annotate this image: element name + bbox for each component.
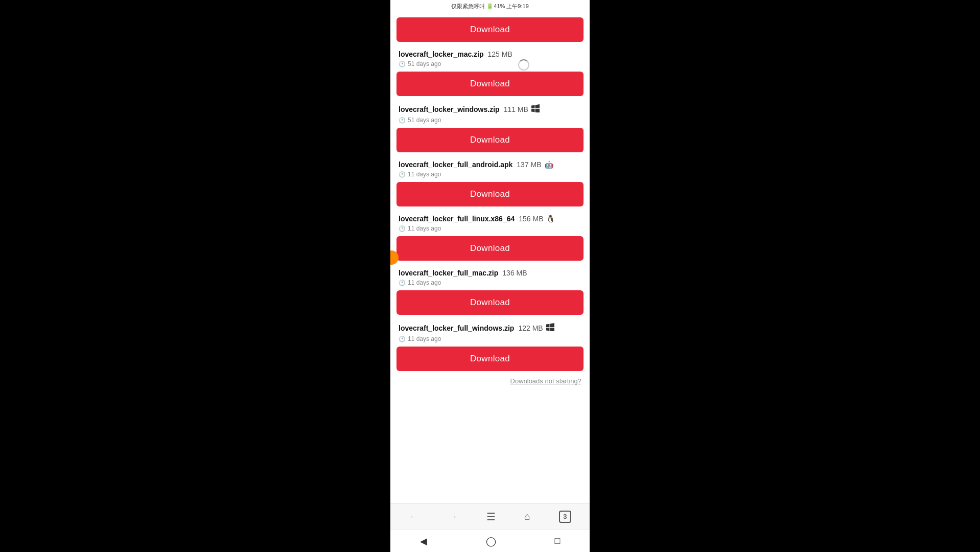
file-meta-row: 🕐11 days ago — [396, 225, 584, 236]
file-entry: lovecraft_locker_full_windows.zip122 MB🕐… — [396, 319, 584, 371]
platform-icon: 🐧 — [546, 215, 555, 223]
clock-icon: 🕐 — [399, 117, 406, 124]
download-button-windows-full-zip[interactable]: Download — [396, 347, 584, 371]
back-button[interactable]: ← — [405, 507, 423, 526]
file-entry: lovecraft_locker_full_mac.zip136 MB🕐11 d… — [396, 265, 584, 315]
forward-button[interactable]: → — [444, 507, 462, 526]
file-info-row: lovecraft_locker_windows.zip111 MB — [396, 100, 584, 117]
file-name: lovecraft_locker_windows.zip — [399, 105, 500, 113]
android-nav: ◀ ◯ □ — [390, 530, 590, 552]
platform-icon: 🤖 — [545, 160, 553, 169]
file-name: lovecraft_locker_mac.zip — [399, 50, 484, 58]
file-age: 51 days ago — [408, 60, 441, 67]
file-size: 136 MB — [502, 269, 527, 277]
file-list: lovecraft_locker_mac.zip125 MB🕐51 days a… — [396, 46, 584, 371]
menu-button[interactable]: ☰ — [482, 507, 500, 527]
file-name: lovecraft_locker_full_mac.zip — [399, 269, 498, 277]
tab-badge: 3 — [559, 511, 571, 523]
file-size: 122 MB — [518, 324, 543, 332]
clock-icon: 🕐 — [399, 280, 406, 286]
home-button[interactable]: ⌂ — [520, 507, 534, 526]
file-meta-row: 🕐51 days ago — [396, 117, 584, 128]
file-meta-row: 🕐11 days ago — [396, 335, 584, 347]
file-info-row: lovecraft_locker_full_android.apk137 MB🤖 — [396, 156, 584, 171]
file-age: 11 days ago — [408, 279, 441, 286]
downloads-not-starting-link[interactable]: Downloads not starting? — [396, 375, 584, 389]
file-name: lovecraft_locker_full_android.apk — [399, 160, 512, 169]
file-info-row: lovecraft_locker_full_windows.zip122 MB — [396, 319, 584, 335]
download-button-mac-full-zip[interactable]: Download — [396, 290, 584, 315]
download-button-windows-zip[interactable]: Download — [396, 128, 584, 152]
clock-icon: 🕐 — [399, 225, 406, 232]
download-button-first[interactable]: Download — [396, 17, 584, 42]
phone-container: 仅限紧急呼叫 🔋41% 上午9:19 Download lovecraft_lo… — [390, 0, 590, 552]
file-size: 111 MB — [504, 105, 528, 113]
file-info-row: lovecraft_locker_mac.zip125 MB — [396, 46, 584, 60]
content-area[interactable]: Download lovecraft_locker_mac.zip125 MB🕐… — [390, 13, 590, 503]
clock-icon: 🕐 — [399, 336, 406, 342]
clock-icon: 🕐 — [399, 171, 406, 178]
file-age: 11 days ago — [408, 335, 441, 342]
tab-switcher-button[interactable]: 3 — [555, 507, 575, 527]
android-recents-button[interactable]: □ — [551, 532, 565, 550]
browser-nav: ← → ☰ ⌂ 3 — [390, 503, 590, 530]
file-entry: lovecraft_locker_full_android.apk137 MB🤖… — [396, 156, 584, 206]
file-size: 137 MB — [517, 160, 541, 169]
android-back-button[interactable]: ◀ — [416, 532, 431, 551]
file-size: 156 MB — [519, 215, 543, 223]
download-button-linux-x86[interactable]: Download — [396, 236, 584, 261]
file-entry: lovecraft_locker_windows.zip111 MB🕐51 da… — [396, 100, 584, 152]
file-name: lovecraft_locker_full_linux.x86_64 — [399, 215, 515, 223]
file-info-row: lovecraft_locker_full_mac.zip136 MB — [396, 265, 584, 279]
download-button-mac-zip[interactable]: Download — [396, 72, 584, 96]
file-size: 125 MB — [488, 50, 512, 58]
file-age: 51 days ago — [408, 117, 441, 124]
status-bar: 仅限紧急呼叫 🔋41% 上午9:19 — [390, 0, 590, 13]
file-meta-row: 🕐11 days ago — [396, 279, 584, 290]
status-text: 仅限紧急呼叫 🔋41% 上午9:19 — [451, 3, 529, 10]
file-meta-row: 🕐11 days ago — [396, 171, 584, 182]
loading-circle — [518, 59, 529, 71]
platform-icon — [531, 104, 540, 114]
android-home-button[interactable]: ◯ — [482, 532, 500, 551]
file-age: 11 days ago — [408, 225, 441, 232]
file-info-row: lovecraft_locker_full_linux.x86_64156 MB… — [396, 211, 584, 225]
file-entry: lovecraft_locker_full_linux.x86_64156 MB… — [396, 211, 584, 261]
download-button-android-apk[interactable]: Download — [396, 182, 584, 206]
file-name: lovecraft_locker_full_windows.zip — [399, 324, 514, 332]
platform-icon — [546, 323, 554, 333]
file-age: 11 days ago — [408, 171, 441, 178]
file-entry: lovecraft_locker_mac.zip125 MB🕐51 days a… — [396, 46, 584, 96]
clock-icon: 🕐 — [399, 61, 406, 67]
file-meta-row: 🕐51 days ago — [396, 60, 584, 72]
